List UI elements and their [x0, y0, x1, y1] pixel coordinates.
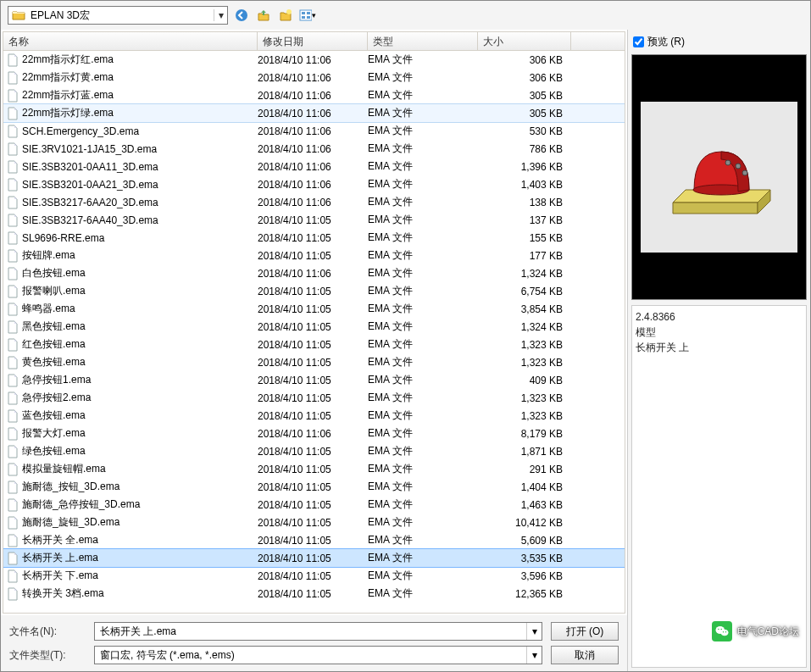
- file-type: EMA 文件: [368, 195, 478, 209]
- info-name: 长柄开关 上: [636, 340, 803, 355]
- table-row[interactable]: 报警大灯.ema2018/4/10 11:06EMA 文件8,179 KB: [3, 425, 625, 442]
- preview-viewport[interactable]: [631, 54, 807, 300]
- table-row[interactable]: 红色按钮.ema2018/4/10 11:05EMA 文件1,323 KB: [3, 336, 625, 353]
- table-row[interactable]: 22mm指示灯红.ema2018/4/10 11:06EMA 文件306 KB: [3, 51, 625, 69]
- file-name: 黑色按钮.ema: [22, 319, 86, 334]
- file-size: 8,179 KB: [478, 428, 571, 440]
- table-row[interactable]: SIE.3SB3201-0AA21_3D.ema2018/4/10 11:06E…: [3, 175, 625, 193]
- info-version: 2.4.8366: [636, 309, 803, 325]
- table-row[interactable]: 转换开关 3档.ema2018/4/10 11:05EMA 文件12,365 K…: [3, 585, 625, 603]
- table-row[interactable]: 蜂鸣器.ema2018/4/10 11:05EMA 文件3,854 KB: [3, 300, 625, 318]
- file-size: 6,754 KB: [478, 286, 571, 297]
- table-row[interactable]: 按钮牌.ema2018/4/10 11:05EMA 文件177 KB: [3, 247, 625, 264]
- file-name: 白色按钮.ema: [22, 266, 86, 280]
- column-size[interactable]: 大小: [478, 32, 571, 50]
- table-row[interactable]: SIE.3SB3217-6AA20_3D.ema2018/4/10 11:06E…: [3, 193, 625, 211]
- column-date[interactable]: 修改日期: [258, 32, 368, 50]
- file-icon: [7, 89, 19, 103]
- file-name: 按钮牌.ema: [22, 248, 75, 263]
- file-name: 黄色按钮.ema: [22, 355, 86, 369]
- file-size: 1,323 KB: [478, 392, 571, 404]
- table-row[interactable]: 长柄开关 上.ema2018/4/10 11:05EMA 文件3,535 KB: [3, 549, 625, 567]
- cancel-button[interactable]: 取消: [551, 646, 619, 664]
- table-row[interactable]: 长柄开关 下.ema2018/4/10 11:05EMA 文件3,596 KB: [3, 567, 625, 585]
- table-row[interactable]: 22mm指示灯黄.ema2018/4/10 11:06EMA 文件306 KB: [3, 69, 625, 86]
- file-name: 红色按钮.ema: [22, 337, 86, 352]
- file-type: EMA 文件: [368, 266, 478, 280]
- file-size: 1,463 KB: [478, 499, 571, 511]
- chevron-down-icon[interactable]: ▾: [526, 623, 542, 640]
- file-type: EMA 文件: [368, 159, 478, 174]
- file-size: 1,324 KB: [478, 268, 571, 280]
- table-row[interactable]: 长柄开关 全.ema2018/4/10 11:05EMA 文件5,609 KB: [3, 531, 625, 549]
- column-type[interactable]: 类型: [368, 32, 478, 50]
- up-button[interactable]: [255, 7, 272, 24]
- file-list[interactable]: 名称 修改日期 类型 大小 22mm指示灯红.ema2018/4/10 11:0…: [3, 31, 625, 614]
- file-name: SIE.3SB3217-6AA40_3D.ema: [22, 214, 158, 226]
- file-date: 2018/4/10 11:05: [258, 250, 368, 262]
- file-icon: [7, 231, 19, 245]
- info-panel: 2.4.8366 模型 长柄开关 上: [631, 305, 807, 668]
- preview-checkbox[interactable]: [633, 36, 644, 47]
- file-icon: [7, 107, 19, 120]
- file-type: EMA 文件: [368, 444, 478, 458]
- table-row[interactable]: 急停按钮1.ema2018/4/10 11:05EMA 文件409 KB: [3, 371, 625, 389]
- folder-dropdown[interactable]: EPLAN 3D宏 ▾: [8, 6, 228, 25]
- filename-input[interactable]: [95, 623, 526, 640]
- table-row[interactable]: 模拟量旋钮帽.ema2018/4/10 11:05EMA 文件291 KB: [3, 460, 625, 478]
- file-size: 3,535 KB: [478, 553, 571, 564]
- table-row[interactable]: 施耐德_急停按钮_3D.ema2018/4/10 11:05EMA 文件1,46…: [3, 496, 625, 514]
- info-type: 模型: [636, 325, 803, 340]
- file-date: 2018/4/10 11:05: [258, 499, 368, 511]
- table-row[interactable]: 施耐德_旋钮_3D.ema2018/4/10 11:05EMA 文件10,412…: [3, 514, 625, 531]
- file-icon: [7, 480, 19, 494]
- column-headers[interactable]: 名称 修改日期 类型 大小: [3, 32, 625, 51]
- preview-pane: 预览 (R): [628, 30, 810, 671]
- file-icon: [7, 320, 19, 334]
- filetype-input[interactable]: [95, 647, 526, 664]
- chevron-down-icon[interactable]: ▾: [214, 9, 227, 21]
- file-name: 蜂鸣器.ema: [22, 302, 75, 316]
- chevron-down-icon[interactable]: ▾: [526, 647, 542, 664]
- table-row[interactable]: 报警喇叭.ema2018/4/10 11:05EMA 文件6,754 KB: [3, 282, 625, 300]
- svg-rect-5: [302, 16, 305, 19]
- table-row[interactable]: SIE.3SB3201-0AA11_3D.ema2018/4/10 11:06E…: [3, 158, 625, 175]
- file-name: SIE.3SB3201-0AA21_3D.ema: [22, 179, 158, 191]
- table-row[interactable]: 绿色按钮.ema2018/4/10 11:05EMA 文件1,871 KB: [3, 442, 625, 460]
- table-row[interactable]: SIE.3SB3217-6AA40_3D.ema2018/4/10 11:05E…: [3, 211, 625, 229]
- file-type: EMA 文件: [368, 586, 478, 601]
- filetype-field[interactable]: ▾: [94, 646, 542, 664]
- table-row[interactable]: SL9696-RRE.ema2018/4/10 11:05EMA 文件155 K…: [3, 229, 625, 247]
- file-type: EMA 文件: [368, 497, 478, 512]
- file-size: 305 KB: [478, 108, 571, 119]
- table-row[interactable]: SCH.Emergency_3D.ema2018/4/10 11:06EMA 文…: [3, 122, 625, 140]
- file-icon: [7, 534, 19, 547]
- file-type: EMA 文件: [368, 124, 478, 138]
- file-name: SCH.Emergency_3D.ema: [22, 125, 139, 137]
- file-icon: [7, 160, 19, 174]
- table-row[interactable]: 黑色按钮.ema2018/4/10 11:05EMA 文件1,324 KB: [3, 318, 625, 336]
- file-size: 3,596 KB: [478, 570, 571, 582]
- back-button[interactable]: [233, 7, 250, 24]
- open-button[interactable]: 打开 (O): [551, 622, 619, 641]
- table-row[interactable]: 蓝色按钮.ema2018/4/10 11:05EMA 文件1,323 KB: [3, 407, 625, 425]
- table-row[interactable]: 黄色按钮.ema2018/4/10 11:05EMA 文件1,323 KB: [3, 353, 625, 371]
- new-folder-button[interactable]: [277, 7, 294, 24]
- table-row[interactable]: SIE.3RV1021-1JA15_3D.ema2018/4/10 11:06E…: [3, 140, 625, 158]
- file-name: 报警喇叭.ema: [22, 284, 86, 298]
- file-size: 177 KB: [478, 250, 571, 262]
- file-type: EMA 文件: [368, 391, 478, 405]
- file-type: EMA 文件: [368, 569, 478, 583]
- table-row[interactable]: 22mm指示灯绿.ema2018/4/10 11:06EMA 文件305 KB: [3, 104, 625, 122]
- model-preview-icon: [660, 131, 779, 224]
- table-row[interactable]: 施耐德_按钮_3D.ema2018/4/10 11:05EMA 文件1,404 …: [3, 478, 625, 496]
- views-button[interactable]: ▾: [299, 7, 316, 24]
- column-name[interactable]: 名称: [3, 32, 258, 50]
- table-row[interactable]: 急停按钮2.ema2018/4/10 11:05EMA 文件1,323 KB: [3, 389, 625, 407]
- file-icon: [7, 338, 19, 352]
- table-row[interactable]: 白色按钮.ema2018/4/10 11:06EMA 文件1,324 KB: [3, 264, 625, 282]
- filename-field[interactable]: ▾: [94, 622, 542, 641]
- table-row[interactable]: 22mm指示灯蓝.ema2018/4/10 11:06EMA 文件305 KB: [3, 86, 625, 104]
- file-date: 2018/4/10 11:06: [258, 108, 368, 119]
- preview-label: 预览 (R): [647, 35, 685, 49]
